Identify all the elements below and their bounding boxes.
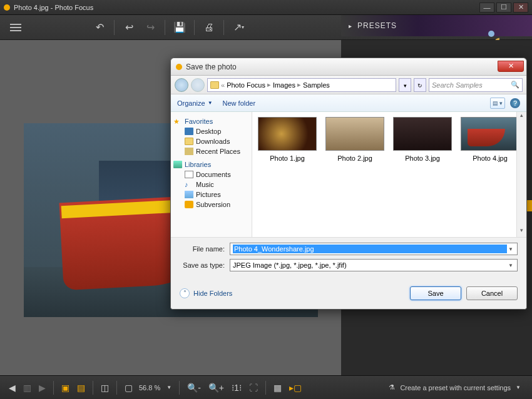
dialog-body: ★Favorites Desktop Downloads Recent Plac…	[171, 112, 526, 237]
zoom-value: 56.8 %	[136, 384, 163, 391]
tree-libraries[interactable]: Libraries	[173, 161, 249, 168]
dialog-titlebar[interactable]: Save the photo ✕	[171, 58, 526, 76]
save-dialog: Save the photo ✕ « Photo Focus ▸ Images …	[170, 58, 527, 310]
refresh-button[interactable]: ↻	[414, 78, 426, 92]
view-mode-button[interactable]: ▤ ▾	[490, 98, 505, 109]
dialog-fields: File name: Photo 4_Wondershare.jpg ▼ Sav…	[171, 237, 526, 280]
breadcrumb-part[interactable]: Images	[273, 81, 295, 89]
tree-downloads[interactable]: Downloads	[173, 136, 249, 146]
dialog-close-button[interactable]: ✕	[498, 61, 524, 72]
tree-desktop[interactable]: Desktop	[173, 126, 249, 136]
dialog-title: Save the photo	[186, 63, 237, 71]
file-name-label: File name:	[180, 245, 230, 253]
breadcrumb-dropdown[interactable]: ▾	[399, 78, 411, 92]
nav-forward-button[interactable]	[191, 78, 205, 92]
file-name: Photo 2.jpg	[337, 154, 372, 162]
redo-icon[interactable]: ↪	[142, 19, 158, 36]
undo-icon[interactable]: ↩	[121, 19, 137, 36]
histogram-icon[interactable]: ▦	[270, 380, 285, 395]
close-button[interactable]: ✕	[513, 3, 528, 13]
folder-icon	[210, 81, 219, 89]
export-icon[interactable]: ↗▾	[230, 19, 247, 36]
separator	[165, 20, 165, 35]
scrollbar[interactable]: ▴▾	[516, 112, 526, 237]
thumbnail	[461, 117, 519, 151]
presets-panel-header[interactable]: PRESETS	[341, 15, 532, 36]
separator	[194, 20, 195, 35]
fit-icon[interactable]: ▢	[121, 380, 136, 395]
minimize-button[interactable]: —	[479, 3, 494, 13]
flask-icon: ⚗	[389, 383, 395, 391]
app-title: Photo 4.jpg - Photo Focus	[14, 4, 478, 11]
nav-back-button[interactable]	[175, 78, 188, 92]
zoom-dropdown-icon[interactable]: ▼	[163, 382, 175, 393]
file-item[interactable]: Photo 1.jpg	[256, 117, 319, 162]
file-item[interactable]: Photo 2.jpg	[324, 117, 386, 162]
maximize-button[interactable]: ☐	[496, 3, 511, 13]
dialog-icon	[176, 64, 182, 70]
cancel-button[interactable]: Cancel	[466, 286, 518, 300]
fullscreen-icon[interactable]: ⛶	[245, 380, 262, 395]
revert-icon[interactable]: ↶	[91, 19, 108, 36]
next-photo-icon[interactable]: ▶	[35, 380, 49, 395]
dialog-nav: « Photo Focus ▸ Images ▸ Samples ▾ ↻ Sea…	[171, 76, 526, 94]
thumbnail	[325, 117, 384, 151]
landscape-mode-icon[interactable]: ▤	[73, 380, 89, 395]
new-folder-button[interactable]: New folder	[223, 99, 256, 107]
breadcrumb-part[interactable]: Photo Focus	[227, 81, 265, 89]
tree-pictures[interactable]: Pictures	[173, 189, 249, 200]
tree-music[interactable]: ♪Music	[173, 179, 249, 189]
zoom-out-icon[interactable]: 🔍‑	[183, 380, 205, 395]
search-placeholder: Search Samples	[432, 81, 483, 89]
file-name-value: Photo 4_Wondershare.jpg	[233, 245, 507, 253]
file-name-input[interactable]: Photo 4_Wondershare.jpg ▼	[230, 243, 518, 255]
organize-menu[interactable]: Organize	[177, 99, 205, 107]
compare-icon[interactable]: ◫	[97, 380, 113, 395]
bottom-bar: ◀ ▥ ▶ ▣ ▤ ◫ ▢ 56.8 % ▼ 🔍‑ 🔍+ ⁝1⁝ ⛶ ▦ ▸▢ …	[0, 375, 532, 399]
chevron-down-icon[interactable]: ▼	[507, 246, 514, 252]
file-list: Photo 1.jpg Photo 2.jpg Photo 3.jpg Phot…	[252, 112, 526, 237]
chevron-down-icon[interactable]: ▼	[507, 263, 514, 268]
zoom-in-icon[interactable]: 🔍+	[205, 380, 228, 395]
breadcrumb[interactable]: « Photo Focus ▸ Images ▸ Samples	[207, 78, 396, 92]
create-preset-button[interactable]: ⚗ Create a preset with current settings …	[382, 381, 527, 394]
menu-button[interactable]	[8, 19, 24, 36]
save-type-value: JPEG Image (*.jpg, *.jpeg, *.jpe, *.jfif…	[233, 261, 507, 269]
thumbnail	[393, 117, 452, 151]
tree-subversion[interactable]: Subversion	[173, 200, 249, 210]
create-preset-label: Create a preset with current settings	[400, 384, 511, 391]
chevron-up-icon: ˄	[180, 288, 190, 298]
file-item[interactable]: Photo 4.jpg	[459, 117, 521, 162]
tree-documents[interactable]: Documents	[173, 169, 249, 179]
tree-recent[interactable]: Recent Places	[173, 146, 249, 156]
actual-size-icon[interactable]: ⁝1⁝	[228, 380, 245, 395]
file-name: Photo 3.jpg	[405, 154, 440, 162]
filmstrip-icon[interactable]: ▥	[19, 380, 35, 395]
file-name: Photo 1.jpg	[270, 154, 305, 162]
search-icon: 🔍	[511, 81, 519, 89]
save-type-select[interactable]: JPEG Image (*.jpg, *.jpeg, *.jpe, *.jfif…	[230, 259, 518, 271]
portrait-mode-icon[interactable]: ▣	[58, 380, 73, 395]
save-button[interactable]: Save	[410, 286, 461, 300]
thumbnail	[258, 117, 317, 151]
separator	[114, 20, 115, 35]
file-name: Photo 4.jpg	[473, 154, 508, 162]
breadcrumb-part[interactable]: Samples	[303, 81, 330, 89]
svg-point-1	[488, 31, 494, 37]
tree-favorites[interactable]: ★Favorites	[173, 118, 249, 125]
save-icon[interactable]: 💾	[171, 19, 188, 36]
help-icon[interactable]: ?	[510, 98, 520, 108]
print-icon[interactable]: 🖨	[201, 19, 217, 36]
dialog-footer: ˄ Hide Folders Save Cancel	[171, 280, 526, 309]
presets-label: PRESETS	[357, 21, 397, 30]
app-icon	[4, 4, 10, 11]
app-titlebar: Photo 4.jpg - Photo Focus — ☐ ✕	[0, 0, 532, 15]
search-input[interactable]: Search Samples 🔍	[429, 78, 523, 92]
dialog-toolbar: Organize▼ New folder ▤ ▾ ?	[171, 94, 526, 112]
chevron-down-icon: ▼	[516, 385, 521, 390]
hide-folders-toggle[interactable]: ˄ Hide Folders	[180, 288, 232, 298]
save-type-label: Save as type:	[180, 261, 230, 269]
prev-photo-icon[interactable]: ◀	[5, 380, 19, 395]
file-item[interactable]: Photo 3.jpg	[391, 117, 454, 162]
info-icon[interactable]: ▸▢	[285, 380, 305, 395]
